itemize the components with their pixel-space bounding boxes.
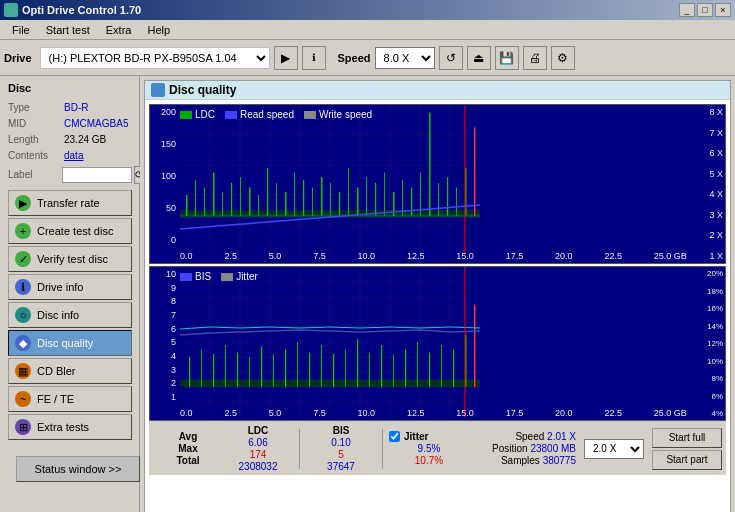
speed-dropdown[interactable]: 8.0 X [375,47,435,69]
stats-ldc-total: 2308032 [223,461,293,472]
svg-rect-72 [213,354,214,387]
status-window-label: Status window >> [35,463,122,475]
sidebar-btn-disc-quality-label: Disc quality [37,337,93,349]
position-val: 23800 MB [530,443,576,454]
panel-title: Disc quality [169,83,236,97]
svg-rect-30 [321,177,323,216]
maximize-btn[interactable]: □ [697,3,713,17]
start-part-btn[interactable]: Start part [652,450,722,470]
svg-rect-16 [195,180,196,216]
fe-te-icon: ~ [15,391,31,407]
svg-rect-44 [447,177,448,216]
titlebar-controls[interactable]: _ □ × [679,3,731,17]
disc-info-icon: ○ [15,307,31,323]
legend-jitter-label: Jitter [236,271,258,282]
menu-start-test[interactable]: Start test [38,22,98,38]
sidebar-btn-fe-te[interactable]: ~ FE / TE [8,386,132,412]
content-area: Disc quality LDC Read speed [140,76,735,512]
stats-ldc-avg: 6.06 [223,437,293,448]
sidebar-btn-create-test-disc[interactable]: + Create test disc [8,218,132,244]
sidebar-btn-extra-tests[interactable]: ⊞ Extra tests [8,414,132,440]
sidebar-btn-verify-test-disc[interactable]: ✓ Verify test disc [8,246,132,272]
svg-rect-31 [330,183,331,216]
panel-header: Disc quality [145,81,730,100]
status-window-btn[interactable]: Status window >> [16,456,140,482]
svg-rect-83 [345,350,346,388]
disc-label-input[interactable] [62,167,132,183]
legend-read-speed-color [225,111,237,119]
drive-label: Drive [4,52,32,64]
svg-rect-21 [240,177,241,216]
drive-refresh-btn[interactable]: ▶ [274,46,298,70]
menu-help[interactable]: Help [139,22,178,38]
print-btn[interactable]: 🖨 [523,46,547,70]
eject-btn[interactable]: ↺ [439,46,463,70]
settings-btn[interactable]: ⚙ [551,46,575,70]
svg-rect-45 [456,188,457,217]
sidebar-btn-disc-quality[interactable]: ◆ Disc quality [8,330,132,356]
stats-bis-avg: 0.10 [306,437,376,448]
disc-type-value: BD-R [64,100,88,116]
svg-rect-19 [222,192,223,216]
svg-rect-40 [411,188,412,217]
stats-divider-2 [382,429,383,469]
stats-labels: Avg Max Total [153,431,223,466]
sidebar-btn-transfer-rate[interactable]: ▶ Transfer rate [8,190,132,216]
sidebar-btn-disc-info[interactable]: ○ Disc info [8,302,132,328]
disc-label-label: Label [8,167,60,183]
titlebar: Opti Drive Control 1.70 _ □ × [0,0,735,20]
menu-extra[interactable]: Extra [98,22,140,38]
stats-ldc-header: LDC [223,425,293,436]
sidebar-btn-drive-info[interactable]: ℹ Drive info [8,274,132,300]
load-btn[interactable]: ⏏ [467,46,491,70]
minimize-btn[interactable]: _ [679,3,695,17]
top-chart-svg [180,105,480,255]
bottom-chart: BIS Jitter 10 9 8 7 6 5 [149,266,726,421]
stats-speed-dropdown[interactable]: 2.0 X [584,439,644,459]
stats-jitter-avg: 9.5% [389,443,469,454]
legend-bis-label: BIS [195,271,211,282]
svg-rect-75 [249,357,250,387]
btn-section: Start full Start part [652,428,722,470]
stats-ldc: LDC 6.06 174 2308032 [223,425,293,472]
legend-jitter: Jitter [221,271,258,282]
close-btn[interactable]: × [715,3,731,17]
speed-label: Speed [338,52,371,64]
titlebar-title: Opti Drive Control 1.70 [4,3,141,17]
menu-file[interactable]: File [4,22,38,38]
main-area: Disc Type BD-R MID CMCMAGBA5 Length 23.2… [0,76,735,512]
svg-rect-70 [189,357,190,387]
drive-info-btn[interactable]: ℹ [302,46,326,70]
top-chart-legend: LDC Read speed Write speed [180,109,372,120]
stats-speed-section: Speed 2.01 X Position 23800 MB Samples 3… [476,431,576,466]
stats-avg-label: Avg [153,431,223,442]
sidebar-btn-cd-bler[interactable]: ▦ CD Bler [8,358,132,384]
speed-val: 2.01 X [547,431,576,442]
svg-rect-78 [285,350,286,388]
svg-rect-36 [375,183,376,216]
svg-rect-22 [249,188,251,217]
drive-dropdown[interactable]: (H:) PLEXTOR BD-R PX-B950SA 1.04 [40,47,270,69]
svg-rect-27 [294,173,295,217]
svg-rect-71 [201,350,202,388]
svg-rect-33 [348,168,349,216]
save-btn[interactable]: 💾 [495,46,519,70]
svg-rect-94 [474,305,476,388]
disc-length-value: 23.24 GB [64,132,106,148]
panel-header-icon [151,83,165,97]
legend-write-speed: Write speed [304,109,372,120]
bottom-chart-x-axis: 0.0 2.5 5.0 7.5 10.0 12.5 15.0 17.5 20.0… [180,408,687,420]
disc-quality-panel: Disc quality LDC Read speed [144,80,731,512]
legend-write-speed-label: Write speed [319,109,372,120]
svg-rect-35 [366,177,367,216]
svg-rect-26 [285,192,287,216]
jitter-checkbox[interactable] [389,431,400,442]
bottom-chart-y-labels: 10 9 8 7 6 5 4 3 2 1 [150,267,178,404]
start-full-btn[interactable]: Start full [652,428,722,448]
stats-bis-total: 37647 [306,461,376,472]
svg-rect-86 [381,345,382,387]
svg-rect-43 [438,183,439,216]
stats-total-label: Total [153,455,223,466]
svg-rect-15 [186,195,188,216]
disc-contents-value[interactable]: data [64,148,83,164]
